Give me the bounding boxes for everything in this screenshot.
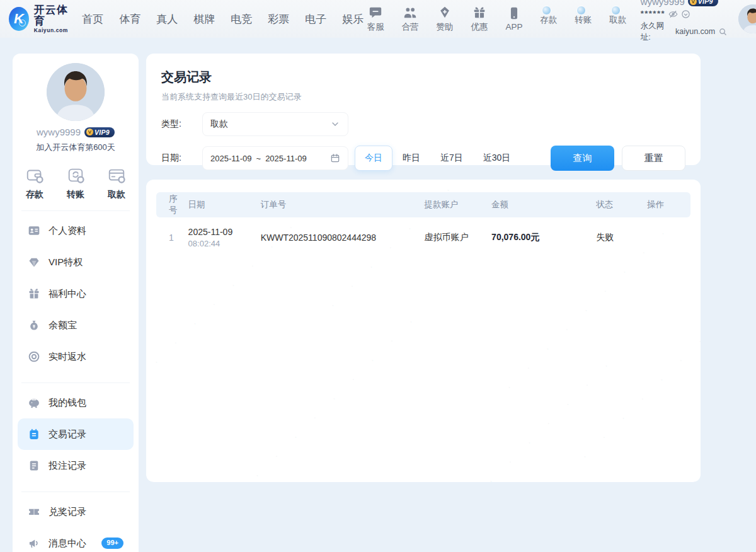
refresh-circle-icon[interactable] [681, 9, 690, 19]
ticket-icon [28, 505, 40, 518]
date-end-value: 2025-11-09 [265, 154, 307, 163]
gift-icon [28, 287, 40, 300]
promo-button[interactable]: 优惠 [467, 6, 491, 33]
sidebar-username: wywy9999 [37, 127, 81, 137]
app-button[interactable]: APP [502, 6, 526, 32]
phone-icon [507, 6, 521, 20]
sidebar-item-label: 余额宝 [49, 319, 77, 331]
sidebar-item-transactions[interactable]: 交易记录 [18, 418, 134, 450]
type-filter-label: 类型: [161, 118, 189, 130]
nav-item-chess[interactable]: 棋牌 [193, 12, 215, 26]
id-card-icon [28, 224, 40, 237]
table-row: 1 2025-11-09 08:02:44 KWWT20251109080244… [156, 217, 690, 258]
chat-icon [369, 6, 382, 20]
range-today-button[interactable]: 今日 [355, 146, 392, 171]
transactions-table-card: 序号 日期 订单号 提款账户 金额 状态 操作 1 2025-11-09 08:… [146, 180, 701, 482]
withdraw-label: 取款 [609, 14, 626, 26]
app-label: APP [505, 22, 522, 32]
username: wywy9999 [641, 0, 685, 8]
wallet-outline-icon [25, 166, 44, 185]
brand-logo[interactable]: K 开云体育 Kaiyun.com [9, 4, 72, 34]
divider [21, 210, 130, 211]
nav-item-slots[interactable]: 电子 [305, 12, 326, 26]
col-order-no: 订单号 [256, 192, 420, 217]
sponsor-label: 赞助 [437, 21, 454, 33]
joined-days-text: 加入开云体育第600天 [13, 142, 139, 153]
query-button[interactable]: 查询 [551, 146, 614, 171]
sidebar-item-messages[interactable]: 消息中心 99+ [13, 527, 139, 552]
site-url-label: 永久网址: [641, 20, 674, 43]
nav-item-esports[interactable]: 电竞 [231, 12, 252, 26]
gift-icon [472, 6, 486, 20]
sidebar-item-label: 消息中心 [49, 538, 86, 549]
divider [21, 492, 130, 492]
kaiyun-logo-icon: K [9, 7, 29, 31]
sidebar-item-profile[interactable]: 个人资料 [13, 215, 139, 246]
filter-card: 交易记录 当前系统支持查询最近30日的交易记录 类型: 取款 日期: 2025-… [146, 54, 701, 165]
sidebar-item-yuebao[interactable]: 余额宝 [13, 309, 139, 341]
nav-item-entertainment[interactable]: 娱乐 [342, 12, 364, 26]
withdraw-button[interactable]: 取款 [606, 13, 630, 26]
sidebar-avatar[interactable] [47, 63, 105, 121]
transfer-outline-icon [66, 166, 85, 185]
masked-balance: ****** [641, 8, 665, 20]
sidebar-item-rebate[interactable]: 实时返水 [13, 341, 139, 372]
sidebar-item-label: 兑奖记录 [49, 506, 86, 518]
sidebar: wywy9999 V VIP9 加入开云体育第600天 存款 转账 取款 [13, 54, 139, 552]
deposit-button[interactable]: 存款 [537, 13, 561, 26]
quick-range-group: 今日 昨日 近7日 近30日 [355, 146, 520, 171]
sidebar-item-label: 实时返水 [49, 351, 86, 363]
sidebar-item-bets[interactable]: 投注记录 [13, 450, 139, 481]
card-outline-icon [107, 166, 126, 185]
date-separator: ~ [256, 154, 261, 163]
support-button[interactable]: 客服 [364, 6, 387, 33]
eye-off-icon[interactable] [668, 9, 678, 19]
nav-item-home[interactable]: 首页 [82, 12, 103, 26]
range-yesterday-button[interactable]: 昨日 [392, 146, 430, 171]
site-url-value[interactable]: kaiyun.com [675, 26, 715, 37]
sidebar-quick-actions: 存款 转账 取款 [13, 166, 139, 200]
sidebar-item-welfare[interactable]: 福利中心 [13, 278, 139, 309]
partner-button[interactable]: 合营 [398, 6, 422, 33]
sidebar-item-vip[interactable]: VIP特权 [13, 246, 139, 278]
type-select[interactable]: 取款 [202, 112, 348, 136]
sidebar-item-wallet[interactable]: 我的钱包 [13, 387, 139, 418]
brand-domain: Kaiyun.com [34, 28, 72, 33]
col-account: 提款账户 [420, 192, 487, 217]
divider [21, 382, 130, 383]
nav-item-live[interactable]: 真人 [156, 12, 178, 26]
megaphone-icon [28, 537, 40, 549]
cell-seq: 1 [156, 217, 183, 258]
quick-transfer-button[interactable]: 转账 [66, 166, 85, 200]
sidebar-vip-badge[interactable]: V VIP9 [84, 127, 115, 137]
cell-order-no: KWWT202511090802444298 [256, 217, 420, 258]
nav-item-sports[interactable]: 体育 [119, 12, 140, 26]
topbar: K 开云体育 Kaiyun.com 首页 体育 真人 棋牌 电竞 彩票 电子 娱… [0, 0, 756, 38]
quick-deposit-button[interactable]: 存款 [25, 166, 44, 200]
quick-transfer-label: 转账 [67, 189, 84, 200]
date-range-input[interactable]: 2025-11-09 ~ 2025-11-09 [202, 146, 348, 170]
sidebar-item-label: VIP特权 [49, 256, 83, 268]
sidebar-item-prizes[interactable]: 兑奖记录 [13, 496, 139, 527]
sidebar-vip-label: VIP9 [94, 129, 110, 136]
ledger-icon [28, 428, 40, 440]
deposit-label: 存款 [540, 14, 557, 26]
transfer-button[interactable]: 转账 [571, 13, 595, 26]
vip-emblem-icon: V [690, 0, 697, 5]
quick-withdraw-button[interactable]: 取款 [107, 166, 126, 200]
search-icon[interactable] [718, 27, 728, 37]
partner-label: 合营 [402, 21, 419, 33]
sidebar-item-label: 交易记录 [49, 428, 86, 440]
calendar-icon [330, 153, 340, 163]
avatar[interactable] [738, 4, 756, 33]
user-info-block: wywy9999 V VIP9 ****** 永久网址: kaiyun.com [641, 0, 728, 43]
range-30days-button[interactable]: 近30日 [473, 146, 521, 171]
sponsor-button[interactable]: 赞助 [433, 6, 457, 33]
range-7days-button[interactable]: 近7日 [430, 146, 473, 171]
reset-button[interactable]: 重置 [622, 146, 685, 171]
date-start-value: 2025-11-09 [210, 154, 252, 163]
nav-item-lottery[interactable]: 彩票 [268, 12, 289, 26]
vip-badge[interactable]: V VIP9 [688, 0, 718, 6]
col-seq: 序号 [156, 192, 183, 217]
main-content: 交易记录 当前系统支持查询最近30日的交易记录 类型: 取款 日期: 2025-… [146, 54, 701, 482]
